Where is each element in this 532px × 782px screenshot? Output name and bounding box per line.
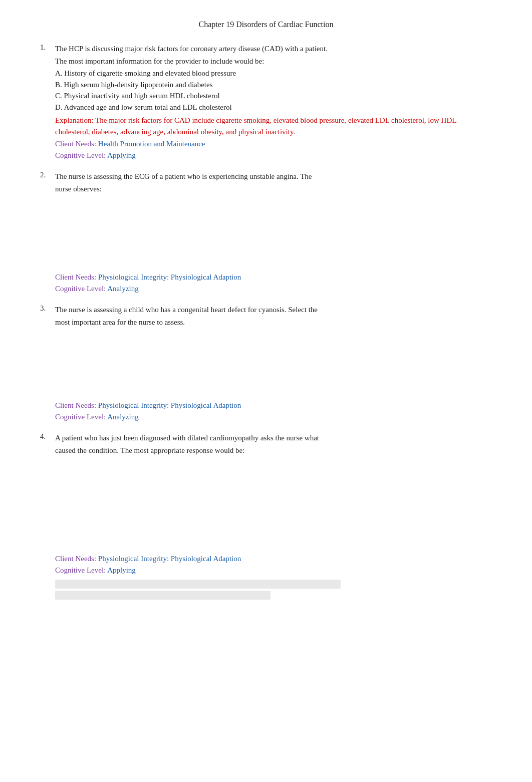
q2-content: The nurse is assessing the ECG of a pati… <box>55 171 492 294</box>
q2-image-area <box>55 195 492 271</box>
q3-client-needs-value: Physiological Integrity: Physiological A… <box>96 401 241 409</box>
q1-option-b: B. High serum high-density lipoprotein a… <box>55 79 492 91</box>
q2-client-needs-value: Physiological Integrity: Physiological A… <box>96 273 241 281</box>
q3-number: 3. <box>40 304 55 313</box>
question-4: 4. A patient who has just been diagnosed… <box>40 432 492 600</box>
q3-cognitive-label: Cognitive Level: <box>55 413 106 421</box>
q3-client-needs-label: Client Needs: <box>55 401 96 409</box>
q1-explanation-text: The major risk factors for CAD include c… <box>55 116 456 136</box>
q2-number: 2. <box>40 171 55 179</box>
q1-number: 1. <box>40 43 55 52</box>
q4-text-line2: caused the condition. The most appropria… <box>55 445 492 456</box>
q3-text-line1: The nurse is assessing a child who has a… <box>55 304 492 316</box>
q1-explanation: Explanation: The major risk factors for … <box>55 115 492 137</box>
q1-explanation-label: Explanation: <box>55 116 94 124</box>
q4-client-needs-value: Physiological Integrity: Physiological A… <box>96 555 241 563</box>
q1-options: A. History of cigarette smoking and elev… <box>55 68 492 113</box>
q4-number: 4. <box>40 432 55 441</box>
q1-client-needs-label: Client Needs: <box>55 140 96 148</box>
q3-image-area <box>55 329 492 399</box>
q1-client-needs: Client Needs: Health Promotion and Maint… <box>55 138 492 150</box>
page-title: Chapter 19 Disorders of Cardiac Function <box>40 20 492 29</box>
question-2: 2. The nurse is assessing the ECG of a p… <box>40 171 492 294</box>
q1-client-needs-value: Health Promotion and Maintenance <box>96 140 205 148</box>
q2-text-line1: The nurse is assessing the ECG of a pati… <box>55 171 492 182</box>
q1-text-line2: The most important information for the p… <box>55 56 492 67</box>
q1-option-d: D. Advanced age and low serum total and … <box>55 102 492 113</box>
q2-text-line2: nurse observes: <box>55 183 492 195</box>
question-1: 1. The HCP is discussing major risk fact… <box>40 43 492 161</box>
q2-client-needs: Client Needs: Physiological Integrity: P… <box>55 272 492 283</box>
q4-blurred-line1 <box>55 580 341 589</box>
q1-cognitive-value: Applying <box>106 151 136 159</box>
q3-content: The nurse is assessing a child who has a… <box>55 304 492 422</box>
q4-cognitive-value: Applying <box>106 566 136 574</box>
q3-text-line2: most important area for the nurse to ass… <box>55 317 492 328</box>
q1-option-c: C. Physical inactivity and high serum HD… <box>55 90 492 102</box>
q3-cognitive-level: Cognitive Level: Analyzing <box>55 411 492 423</box>
q4-image-area <box>55 457 492 552</box>
q2-client-needs-label: Client Needs: <box>55 273 96 281</box>
q1-cognitive-label: Cognitive Level: <box>55 151 106 159</box>
q4-blurred-line2 <box>55 591 271 600</box>
q4-blurred-area <box>55 580 492 600</box>
q2-cognitive-level: Cognitive Level: Analyzing <box>55 283 492 295</box>
q1-content: The HCP is discussing major risk factors… <box>55 43 492 161</box>
q4-content: A patient who has just been diagnosed wi… <box>55 432 492 600</box>
q4-cognitive-label: Cognitive Level: <box>55 566 106 574</box>
q4-cognitive-level: Cognitive Level: Applying <box>55 565 492 576</box>
q2-cognitive-value: Analyzing <box>106 285 138 293</box>
q1-option-a: A. History of cigarette smoking and elev… <box>55 68 492 79</box>
q3-client-needs: Client Needs: Physiological Integrity: P… <box>55 400 492 411</box>
q1-cognitive-level: Cognitive Level: Applying <box>55 150 492 161</box>
q3-cognitive-value: Analyzing <box>106 413 138 421</box>
question-3: 3. The nurse is assessing a child who ha… <box>40 304 492 422</box>
q4-client-needs-label: Client Needs: <box>55 555 96 563</box>
q4-text-line1: A patient who has just been diagnosed wi… <box>55 432 492 444</box>
q4-client-needs: Client Needs: Physiological Integrity: P… <box>55 553 492 565</box>
questions-list: 1. The HCP is discussing major risk fact… <box>40 43 492 600</box>
q1-text-line1: The HCP is discussing major risk factors… <box>55 43 492 55</box>
q2-cognitive-label: Cognitive Level: <box>55 285 106 293</box>
